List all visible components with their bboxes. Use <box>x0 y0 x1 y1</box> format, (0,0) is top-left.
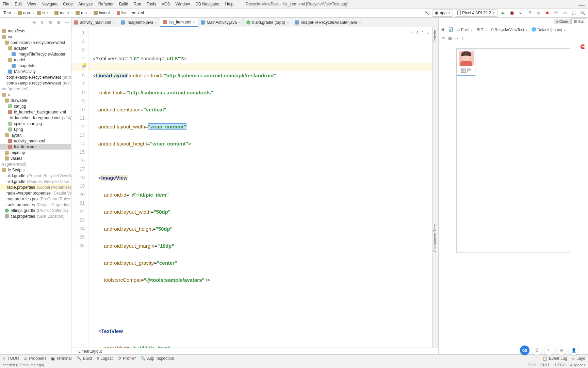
zoom-in-icon[interactable]: ↕ <box>461 36 463 41</box>
collapse-icon[interactable]: ≣ <box>48 20 53 25</box>
menu-vcs[interactable]: VCS <box>162 2 170 6</box>
tree-node[interactable]: le Scripts <box>0 167 71 173</box>
menu-tools[interactable]: Tools <box>147 2 156 6</box>
crumb[interactable]: layout <box>92 10 112 16</box>
tree-node[interactable]: activity_main.xml <box>0 138 71 144</box>
menu-code[interactable]: Code <box>63 2 73 6</box>
tree-node[interactable]: ImageFileRecyclerAdapter <box>0 51 71 57</box>
tree-node[interactable]: radle.properties (Global Properties) <box>0 184 71 190</box>
device-selector[interactable]: Pixel 4 API 32 2 ▼ <box>455 9 497 17</box>
ime-user-icon[interactable]: 👤 <box>569 346 578 355</box>
tree-node[interactable]: spider_man.jpg <box>0 121 71 126</box>
crumb[interactable]: main <box>52 10 71 16</box>
palette-tab[interactable]: Palette <box>432 27 437 44</box>
tree-node[interactable]: mipmap <box>0 150 71 155</box>
logcat-tool[interactable]: ≡ Logcat <box>97 356 113 361</box>
tree-node[interactable]: radle-wrapper.properties (Gradle Version… <box>0 190 71 196</box>
line-separator[interactable]: CRLF <box>540 363 550 367</box>
tree-node[interactable]: radle.properties (Project Properties) <box>0 202 71 208</box>
tree-node[interactable]: layout <box>0 132 71 138</box>
event-log-tool[interactable]: 📋 Event Log <box>542 356 567 361</box>
profile-button[interactable]: ⏱ <box>526 10 533 16</box>
tree-node[interactable]: values <box>0 155 71 161</box>
menu-file[interactable]: File <box>3 2 9 6</box>
magnet-icon[interactable]: 🧲 <box>580 44 585 49</box>
tree-node[interactable]: com.example.recyclerviewtest <box>0 40 71 45</box>
debug-button[interactable]: 🐞 <box>508 10 515 16</box>
blueprint-icon[interactable]: ▦ <box>448 36 452 41</box>
stop-button[interactable] <box>544 10 551 16</box>
design-surface-icon[interactable]: 👁 <box>441 36 445 41</box>
component-tree-tab[interactable]: Component Tree <box>432 221 437 255</box>
avd-button[interactable]: ▭ <box>561 10 568 16</box>
crumb[interactable]: Test <box>1 10 13 16</box>
terminal-tool[interactable]: ▣ Terminal <box>51 356 71 361</box>
caret-position[interactable]: 5:39 <box>528 363 536 367</box>
editor-breadcrumb[interactable]: LinearLayout <box>71 348 438 354</box>
ime-lang-icon[interactable]: 英 <box>532 346 542 355</box>
close-icon[interactable]: × <box>193 20 195 24</box>
split-mode-button[interactable]: ▥ Spl <box>571 18 586 24</box>
ime-settings-icon[interactable]: ⚙ <box>557 346 566 355</box>
inspection-summary[interactable]: ⚠4 ⌃ ⌄ <box>410 29 429 37</box>
build-tool[interactable]: 🔨 Build <box>77 356 92 361</box>
editor-tab[interactable]: activity_main.xml× <box>71 18 118 27</box>
expand-icon[interactable]: ≡ <box>40 20 45 25</box>
menu-navigate[interactable]: Navigate <box>42 2 58 6</box>
tree-node[interactable]: manifests <box>0 28 71 34</box>
sync-button[interactable]: ⟳ <box>553 10 559 16</box>
tree-node[interactable]: roguard-rules.pro (ProGuard Rules for Re… <box>0 196 71 202</box>
device-dropdown[interactable]: ▭ Pixel ⌄ <box>457 27 473 32</box>
editor-tab[interactable]: MainActivity.java× <box>198 18 244 27</box>
editor-tab[interactable]: ImageInfo.java× <box>118 18 160 27</box>
preview-imageview[interactable] <box>459 51 474 66</box>
sdk-button[interactable]: ⬚ <box>570 10 577 16</box>
editor-tab[interactable]: build.gradle (:app)× <box>244 18 292 27</box>
close-icon[interactable]: × <box>113 20 115 25</box>
menu-edit[interactable]: Edit <box>15 2 22 6</box>
tree-node[interactable]: va <box>0 34 71 40</box>
locale-dropdown[interactable]: 🌐 Default (en-us) ⌄ <box>532 27 566 32</box>
profiler-tool[interactable]: ⏱ Profiler <box>117 356 136 361</box>
code-mode-button[interactable]: ≡ Code <box>554 19 571 24</box>
tree-node[interactable]: uild.gradle (Module: RecyclerViewTest.ap… <box>0 179 71 184</box>
tree-node[interactable]: com.example.recyclerviewtest (test) <box>0 80 71 86</box>
tree-node-selected[interactable]: list_item.xml <box>0 144 71 150</box>
tree-node[interactable]: t.png <box>0 126 71 132</box>
indent-info[interactable]: 4 spaces <box>570 363 585 367</box>
close-icon[interactable]: × <box>287 20 289 25</box>
preview-canvas[interactable]: 🧲 图片 <box>439 42 588 354</box>
file-encoding[interactable]: UTF-8 <box>555 363 566 367</box>
close-icon[interactable]: × <box>239 20 241 25</box>
tree-node[interactable]: ic_launcher_foreground.xml (v24) <box>0 115 71 121</box>
tree-node[interactable]: s <box>0 92 71 97</box>
tree-node[interactable]: ettings.gradle (Project Settings) <box>0 208 71 213</box>
tree-node[interactable]: adapter <box>0 45 71 51</box>
tree-node[interactable]: cal.properties (SDK Location) <box>0 213 71 219</box>
search-button[interactable]: 🔍 <box>579 10 586 16</box>
tree-node[interactable]: va (generated) <box>0 86 71 92</box>
crumb[interactable]: res <box>74 10 89 16</box>
close-icon[interactable]: × <box>359 20 361 25</box>
run-button[interactable]: ▶ <box>500 10 506 16</box>
intention-bulb-icon[interactable]: 💡 <box>82 63 87 67</box>
tree-node[interactable]: com.example.recyclerviewtest (androidTes… <box>0 74 71 80</box>
menu-analyze[interactable]: Analyze <box>78 2 93 6</box>
build-icon[interactable] <box>423 10 430 16</box>
locate-icon[interactable]: ◎ <box>32 20 36 25</box>
orientation-icon[interactable]: 🔄 <box>448 27 453 32</box>
api-dropdown[interactable]: ⚙ T ⌄ <box>477 27 488 32</box>
menu-window[interactable]: Window <box>175 2 190 6</box>
minimize-icon[interactable]: — <box>578 1 585 9</box>
tree-node[interactable]: ImageInfo <box>0 63 71 68</box>
theme-dropdown[interactable]: © RecyclerViewTest ⌄ <box>491 27 528 32</box>
tree-node[interactable]: drawable <box>0 97 71 103</box>
problems-tool[interactable]: ⚠ Problems <box>24 356 46 361</box>
project-tree[interactable]: manifests va com.example.recyclerviewtes… <box>0 27 71 219</box>
crumb[interactable]: app <box>16 10 32 16</box>
hide-icon[interactable]: — <box>64 20 69 25</box>
app-inspection-tool[interactable]: 🔍 App Inspection <box>141 356 174 361</box>
coverage-button[interactable]: ▸ <box>517 10 524 16</box>
zoom-out-icon[interactable]: ↔ <box>455 36 459 41</box>
code-editor[interactable]: ⚠4 ⌃ ⌄ <?xml version="1.0" encoding="utf… <box>88 27 432 348</box>
